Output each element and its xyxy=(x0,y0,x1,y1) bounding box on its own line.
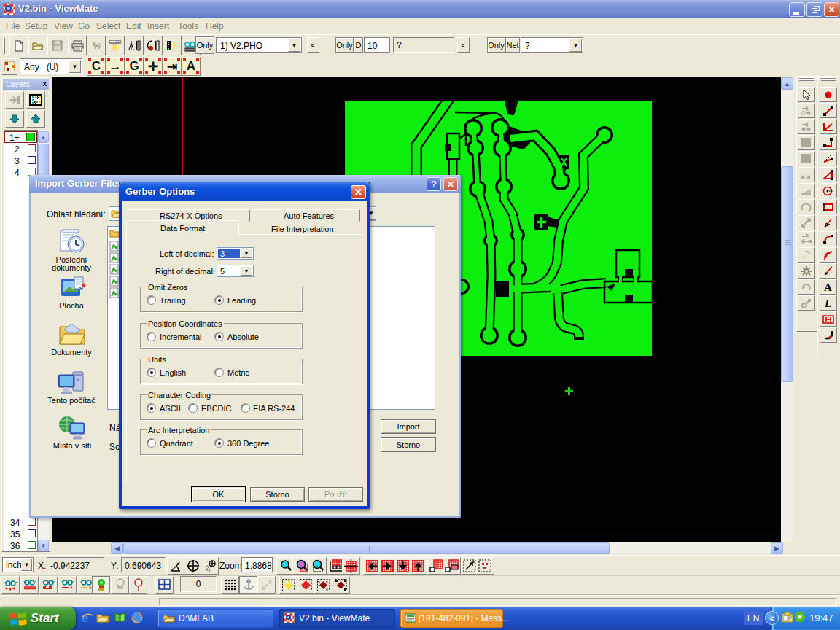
svg-text:s: s xyxy=(326,580,328,584)
svg-text:L: L xyxy=(824,298,831,309)
svg-text:s: s xyxy=(318,580,320,584)
svg-text:?: ? xyxy=(96,42,101,50)
svg-text:s: s xyxy=(326,587,328,591)
svg-text:e: e xyxy=(82,612,88,624)
svg-text:A: A xyxy=(824,281,832,293)
